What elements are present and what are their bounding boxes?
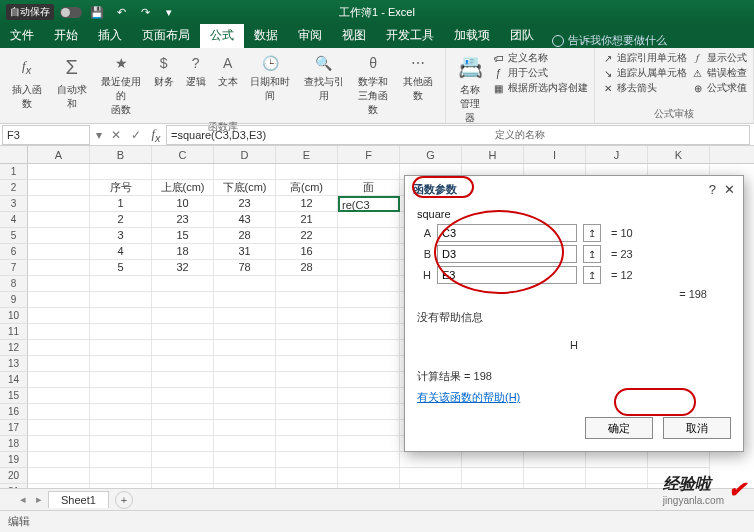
save-icon[interactable]: 💾 bbox=[88, 3, 106, 21]
row-20[interactable]: 20 bbox=[0, 468, 28, 484]
undo-icon[interactable]: ↶ bbox=[112, 3, 130, 21]
cell-E4[interactable]: 21 bbox=[276, 212, 338, 228]
cell-D4[interactable]: 43 bbox=[214, 212, 276, 228]
cell-C3[interactable]: 10 bbox=[152, 196, 214, 212]
ok-button[interactable]: 确定 bbox=[585, 417, 653, 439]
arg-H-refedit-icon[interactable]: ↥ bbox=[583, 266, 601, 284]
remove-arrows-button[interactable]: ✕移去箭头 bbox=[601, 81, 687, 95]
cell-D3[interactable]: 23 bbox=[214, 196, 276, 212]
cell-E6[interactable]: 16 bbox=[276, 244, 338, 260]
tab-addin[interactable]: 加载项 bbox=[444, 23, 500, 48]
arg-A-refedit-icon[interactable]: ↥ bbox=[583, 224, 601, 242]
arg-B-input[interactable] bbox=[437, 245, 577, 263]
formula-input[interactable]: =square(C3,D3,E3) bbox=[166, 125, 750, 145]
col-C[interactable]: C bbox=[152, 146, 214, 163]
arg-B-refedit-icon[interactable]: ↥ bbox=[583, 245, 601, 263]
row-15[interactable]: 15 bbox=[0, 388, 28, 404]
cell-D6[interactable]: 31 bbox=[214, 244, 276, 260]
col-F[interactable]: F bbox=[338, 146, 400, 163]
define-name-button[interactable]: 🏷定义名称 bbox=[492, 51, 588, 65]
cell-B4[interactable]: 2 bbox=[90, 212, 152, 228]
logical-button[interactable]: ?逻辑 bbox=[182, 51, 210, 91]
cell-E3[interactable]: 12 bbox=[276, 196, 338, 212]
cell-C7[interactable]: 32 bbox=[152, 260, 214, 276]
tab-formula[interactable]: 公式 bbox=[200, 23, 244, 48]
col-I[interactable]: I bbox=[524, 146, 586, 163]
name-box[interactable]: F3 bbox=[2, 125, 90, 145]
cell-B7[interactable]: 5 bbox=[90, 260, 152, 276]
show-formulas-button[interactable]: 𝑓显示公式 bbox=[691, 51, 747, 65]
tab-file[interactable]: 文件 bbox=[0, 23, 44, 48]
autosum-button[interactable]: Σ自动求和 bbox=[51, 51, 92, 113]
cell-B3[interactable]: 1 bbox=[90, 196, 152, 212]
qat-more-icon[interactable]: ▾ bbox=[160, 3, 178, 21]
cell-B5[interactable]: 3 bbox=[90, 228, 152, 244]
cell-B2[interactable]: 序号 bbox=[90, 180, 152, 196]
tab-dev[interactable]: 开发工具 bbox=[376, 23, 444, 48]
row-14[interactable]: 14 bbox=[0, 372, 28, 388]
row-8[interactable]: 8 bbox=[0, 276, 28, 292]
arg-H-input[interactable] bbox=[437, 266, 577, 284]
error-check-button[interactable]: ⚠错误检查 bbox=[691, 66, 747, 80]
new-sheet-button[interactable]: + bbox=[115, 491, 133, 509]
row-18[interactable]: 18 bbox=[0, 436, 28, 452]
financial-button[interactable]: $财务 bbox=[150, 51, 178, 91]
trace-dependents-button[interactable]: ↘追踪从属单元格 bbox=[601, 66, 687, 80]
datetime-button[interactable]: 🕒日期和时间 bbox=[246, 51, 295, 105]
cell-D5[interactable]: 28 bbox=[214, 228, 276, 244]
cell-E7[interactable]: 28 bbox=[276, 260, 338, 276]
row-10[interactable]: 10 bbox=[0, 308, 28, 324]
row-3[interactable]: 3 bbox=[0, 196, 28, 212]
function-help-link[interactable]: 有关该函数的帮助(H) bbox=[417, 391, 520, 403]
evaluate-button[interactable]: ⊕公式求值 bbox=[691, 81, 747, 95]
dialog-help-icon[interactable]: ? bbox=[709, 182, 716, 197]
tab-nav-prev-icon[interactable]: ◂ bbox=[16, 493, 30, 506]
row-9[interactable]: 9 bbox=[0, 292, 28, 308]
col-A[interactable]: A bbox=[28, 146, 90, 163]
enter-formula-icon[interactable]: ✓ bbox=[126, 128, 146, 142]
row-17[interactable]: 17 bbox=[0, 420, 28, 436]
tab-review[interactable]: 审阅 bbox=[288, 23, 332, 48]
col-G[interactable]: G bbox=[400, 146, 462, 163]
dialog-close-icon[interactable]: ✕ bbox=[724, 182, 735, 197]
tell-me[interactable]: 告诉我你想要做什么 bbox=[552, 33, 667, 48]
col-J[interactable]: J bbox=[586, 146, 648, 163]
row-12[interactable]: 12 bbox=[0, 340, 28, 356]
trace-precedents-button[interactable]: ↗追踪引用单元格 bbox=[601, 51, 687, 65]
active-cell-F3[interactable]: re(C3 bbox=[338, 196, 400, 212]
select-all-triangle[interactable] bbox=[0, 146, 28, 163]
cell-B6[interactable]: 4 bbox=[90, 244, 152, 260]
cell-E5[interactable]: 22 bbox=[276, 228, 338, 244]
tab-view[interactable]: 视图 bbox=[332, 23, 376, 48]
cell-C6[interactable]: 18 bbox=[152, 244, 214, 260]
text-button[interactable]: A文本 bbox=[214, 51, 242, 91]
row-13[interactable]: 13 bbox=[0, 356, 28, 372]
tab-team[interactable]: 团队 bbox=[500, 23, 544, 48]
cancel-formula-icon[interactable]: ✕ bbox=[106, 128, 126, 142]
row-1[interactable]: 1 bbox=[0, 164, 28, 180]
autosave-toggle[interactable] bbox=[60, 7, 82, 18]
cell-C2[interactable]: 上底(cm) bbox=[152, 180, 214, 196]
use-in-formula-button[interactable]: ƒ用于公式 bbox=[492, 66, 588, 80]
cell-D2[interactable]: 下底(cm) bbox=[214, 180, 276, 196]
row-11[interactable]: 11 bbox=[0, 324, 28, 340]
row-7[interactable]: 7 bbox=[0, 260, 28, 276]
cancel-button[interactable]: 取消 bbox=[663, 417, 731, 439]
col-B[interactable]: B bbox=[90, 146, 152, 163]
cell-F2[interactable]: 面 bbox=[338, 180, 400, 196]
tab-layout[interactable]: 页面布局 bbox=[132, 23, 200, 48]
arg-A-input[interactable] bbox=[437, 224, 577, 242]
cell-C5[interactable]: 15 bbox=[152, 228, 214, 244]
recent-button[interactable]: ★最近使用的 函数 bbox=[96, 51, 145, 119]
col-E[interactable]: E bbox=[276, 146, 338, 163]
col-D[interactable]: D bbox=[214, 146, 276, 163]
row-16[interactable]: 16 bbox=[0, 404, 28, 420]
col-K[interactable]: K bbox=[648, 146, 710, 163]
name-box-dropdown-icon[interactable]: ▾ bbox=[92, 128, 106, 142]
tab-nav-next-icon[interactable]: ▸ bbox=[32, 493, 46, 506]
redo-icon[interactable]: ↷ bbox=[136, 3, 154, 21]
cell-E2[interactable]: 高(cm) bbox=[276, 180, 338, 196]
cell-D7[interactable]: 78 bbox=[214, 260, 276, 276]
tab-insert[interactable]: 插入 bbox=[88, 23, 132, 48]
row-2[interactable]: 2 bbox=[0, 180, 28, 196]
